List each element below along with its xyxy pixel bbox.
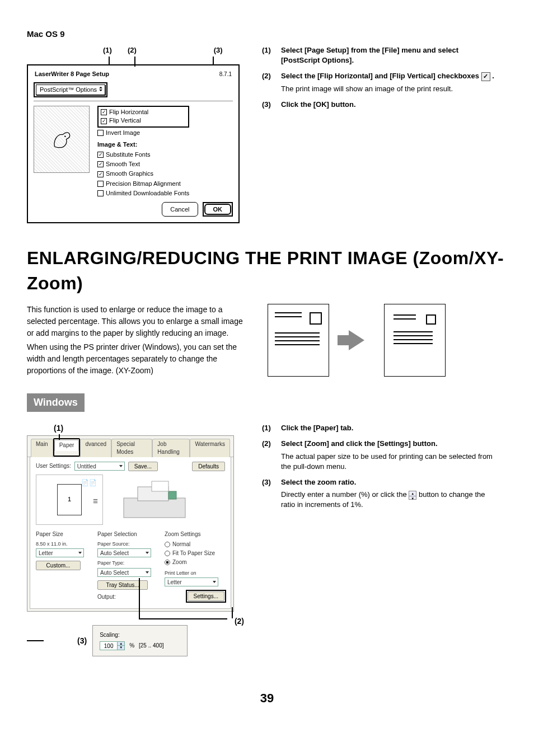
invert-label: Invert Image	[106, 129, 140, 137]
paper-source-select[interactable]: Auto Select	[97, 548, 151, 557]
paper-source-label: Paper Source:	[97, 541, 159, 548]
ok-button[interactable]: OK	[204, 204, 232, 215]
user-settings-value: Untitled	[77, 463, 96, 469]
paper-selection-label: Paper Selection	[97, 530, 159, 538]
win-step-2-text: Select [Zoom] and click the [Settings] b…	[281, 439, 438, 448]
page-number: 39	[27, 690, 507, 707]
zoom-diagram	[268, 304, 446, 377]
sub-fonts-label: Substitute Fonts	[106, 151, 151, 159]
print-letter-on-label: Print Letter on	[165, 570, 226, 577]
flip-horizontal-checkbox[interactable]	[101, 109, 107, 115]
callout-3-label: (3)	[214, 45, 223, 55]
settings-button[interactable]: Settings...	[188, 591, 224, 601]
win-step-2-num: (2)	[262, 439, 277, 472]
doc-after	[384, 304, 446, 377]
callout-2-label: (2)	[128, 45, 137, 55]
paper-size-value: Letter	[39, 550, 53, 556]
unlimited-fonts-checkbox[interactable]	[97, 190, 104, 196]
step-1-num: (1)	[262, 45, 277, 65]
tab-main[interactable]: Main	[31, 439, 53, 457]
paper-source-value: Auto Select	[100, 550, 129, 556]
custom-button[interactable]: Custom...	[36, 561, 81, 570]
substitute-fonts-checkbox[interactable]	[97, 152, 104, 158]
tab-main-label: Main	[36, 441, 48, 447]
step-2-sub: The print image will show an image of th…	[281, 84, 494, 94]
tray-status-label: Tray Status...	[106, 582, 139, 588]
macos-heading: Mac OS 9	[27, 28, 507, 40]
win-step-3-sub-a: Directly enter a number (%) or click the	[281, 490, 409, 499]
tab-paper[interactable]: Paper	[54, 440, 79, 451]
dialog-title: LaserWriter 8 Page Setup	[35, 70, 109, 78]
step-2-text-a: Select the [Flip Horizontal] and [Flip V…	[281, 72, 481, 80]
smooth-gfx-label: Smooth Graphics	[106, 170, 153, 178]
tab-advanced[interactable]: dvanced	[80, 439, 111, 457]
custom-label: Custom...	[46, 562, 71, 569]
tray-status-button[interactable]: Tray Status...	[97, 580, 148, 590]
percent-label: %	[129, 642, 134, 650]
paper-size-label: Paper Size	[36, 530, 92, 538]
windows-tag: Windows	[27, 393, 85, 412]
page-thumbnail: 1	[57, 484, 82, 515]
macos-steps: (1) Select [Page Setup] from the [File] …	[262, 45, 497, 115]
step-2-num: (2)	[262, 71, 277, 93]
smooth-graphics-checkbox[interactable]	[97, 171, 104, 177]
printer-illustration	[110, 475, 205, 525]
checkbox-icon	[481, 72, 490, 81]
save-label: Save...	[134, 463, 152, 469]
ok-label: OK	[213, 206, 223, 213]
fit-radio[interactable]	[165, 551, 170, 556]
win-step-2-sub: The actual paper size to be used for pri…	[281, 452, 497, 472]
flip-vertical-checkbox[interactable]	[101, 118, 107, 124]
svg-point-0	[64, 135, 66, 137]
spinner-buttons[interactable]: ▲▼	[117, 642, 124, 650]
binding-icon: ☰	[93, 497, 98, 505]
tab-watermarks[interactable]: Watermarks	[190, 439, 230, 457]
spin-up[interactable]: ▲	[118, 642, 124, 646]
settings-label: Settings...	[194, 593, 218, 599]
step-1-text: Select [Page Setup] from the [File] menu…	[281, 46, 458, 64]
tab-paper-label: Paper	[59, 442, 74, 448]
invert-image-checkbox[interactable]	[97, 130, 104, 136]
zoom-radio[interactable]	[165, 560, 170, 565]
orientation-preview: 📄📄 1 ☰	[36, 475, 103, 525]
macos-callouts: (1) (2) (3)	[103, 45, 240, 55]
intro-1: This function is used to enlarge or redu…	[27, 304, 251, 339]
unlimited-label: Unlimited Downloadable Fonts	[106, 189, 189, 198]
scaling-input[interactable]	[100, 643, 117, 649]
image-text-group: Image & Text:	[97, 140, 189, 149]
normal-radio[interactable]	[165, 542, 170, 547]
range-label: [25 .. 400]	[139, 642, 163, 650]
intro-2: When using the PS printer driver (Window…	[27, 341, 251, 377]
precision-bitmap-checkbox[interactable]	[97, 181, 104, 187]
flip-v-label: Flip Vertical	[109, 116, 141, 125]
doc-before	[268, 304, 329, 377]
tab-special-modes[interactable]: Special Modes	[111, 439, 152, 457]
scaling-popup: Scaling: ▲▼ % [25 .. 400]	[92, 625, 188, 656]
save-button[interactable]: Save...	[128, 462, 158, 471]
dialog-version: 8.7.1	[219, 71, 232, 78]
page-title: ENLARGING/REDUCING THE PRINT IMAGE (Zoom…	[27, 246, 507, 296]
tab-wm-label: Watermarks	[195, 441, 225, 447]
tab-sp-label: Special Modes	[116, 441, 135, 455]
cancel-button[interactable]: Cancel	[162, 202, 198, 217]
step-2-text-b: .	[490, 72, 494, 80]
tab-job-handling[interactable]: Job Handling	[152, 439, 190, 457]
print-on-select[interactable]: Letter	[165, 577, 218, 586]
postscript-options-dropdown[interactable]: PostScript™ Options	[36, 84, 105, 95]
paper-size-select[interactable]: Letter	[36, 548, 84, 557]
preview-thumbnail	[34, 106, 90, 173]
dropdown-label: PostScript™ Options	[40, 86, 97, 93]
spinner-icon: ▲▼	[409, 491, 416, 500]
fit-label: Fit To Paper Size	[172, 550, 215, 556]
spin-down[interactable]: ▼	[118, 646, 124, 650]
win-step-1-num: (1)	[262, 423, 277, 433]
scaling-spinner[interactable]: ▲▼	[100, 641, 125, 650]
user-settings-select[interactable]: Untitled	[74, 462, 125, 471]
abc-icon: 📄📄	[81, 478, 97, 487]
tab-adv-label: dvanced	[85, 441, 106, 447]
paper-type-select[interactable]: Auto Select	[97, 568, 151, 577]
defaults-button[interactable]: Defaults	[192, 462, 225, 471]
step-3-num: (3)	[262, 100, 277, 110]
user-settings-label: User Settings:	[36, 462, 71, 470]
smooth-text-checkbox[interactable]	[97, 161, 104, 167]
